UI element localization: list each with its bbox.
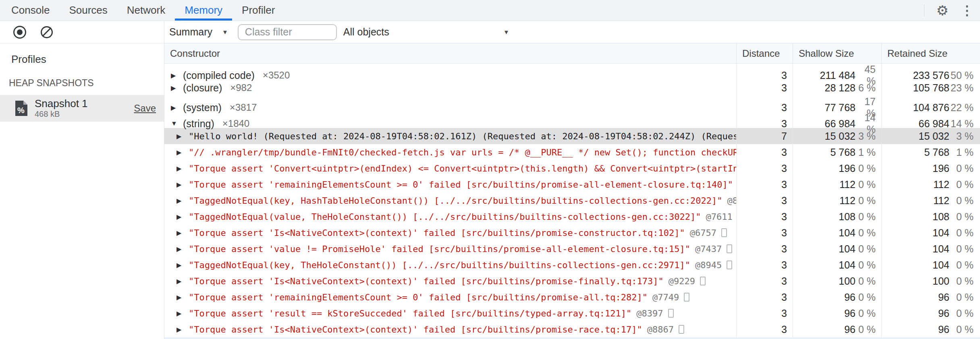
expand-triangle-icon[interactable]: ▶ <box>176 165 189 172</box>
tab-network[interactable]: Network <box>117 0 175 21</box>
shallow-size-value: 96 <box>793 324 855 335</box>
shallow-size-value: 100 <box>793 275 855 287</box>
table-row[interactable]: ▶"TaggedNotEqual(key, HashTableHoleConst… <box>164 192 980 209</box>
shallow-size-cell: 1040 % <box>793 257 881 273</box>
record-dot <box>17 29 23 35</box>
expand-triangle-icon[interactable]: ▶ <box>176 277 189 285</box>
string-value: "TaggedNotEqual(key, TheHoleConstant()) … <box>189 260 690 270</box>
perspective-select[interactable]: Summary ▼ <box>169 26 228 38</box>
retained-size-cell: 15 0323 % <box>881 128 980 144</box>
distance-cell: 3 <box>736 321 793 337</box>
column-header-constructor[interactable]: Constructor <box>164 43 736 63</box>
expand-triangle-icon[interactable]: ▶ <box>176 245 189 253</box>
table-row[interactable]: ▶"// .wrangler/tmp/bundle-FmNIt0/checked… <box>164 144 980 160</box>
table-row[interactable]: ▶"TaggedNotEqual(value, TheHoleConstant(… <box>164 209 980 225</box>
expand-triangle-icon[interactable]: ▶ <box>176 326 189 333</box>
tab-sources[interactable]: Sources <box>59 0 117 21</box>
expand-triangle-icon[interactable]: ▶ <box>176 229 189 237</box>
expand-triangle-icon[interactable]: ▶ <box>176 213 189 221</box>
retained-size-value: 104 <box>882 227 949 239</box>
expand-triangle-icon[interactable]: ▶ <box>176 181 189 188</box>
snapshot-size: 468 kB <box>35 110 134 119</box>
expand-triangle-icon[interactable]: ▶ <box>171 84 183 92</box>
retained-size-cell: 1040 % <box>881 241 980 257</box>
expand-triangle-icon[interactable]: ▶ <box>176 132 189 140</box>
table-row[interactable]: ▶"Torque assert 'Is<NativeContext>(conte… <box>164 225 980 241</box>
settings-gear-icon[interactable]: ⚙ <box>936 4 949 17</box>
distance-cell: 3 <box>736 80 793 96</box>
expand-triangle-icon[interactable]: ▶ <box>176 310 189 317</box>
constructor-cell: ▶"// .wrangler/tmp/bundle-FmNIt0/checked… <box>164 144 736 160</box>
table-row[interactable]: ▶"TaggedNotEqual(key, TheHoleConstant())… <box>164 257 980 273</box>
tab-profiler[interactable]: Profiler <box>232 0 284 21</box>
retained-size-percent: 1 % <box>949 147 980 158</box>
shallow-size-value: 96 <box>793 308 855 319</box>
shallow-size-cell: 1120 % <box>793 176 881 192</box>
distance-cell: 7 <box>736 128 793 144</box>
retained-size-percent: 0 % <box>949 275 980 287</box>
object-scope-select[interactable]: All objects ▼ <box>343 26 514 38</box>
expand-triangle-icon[interactable]: ▶ <box>176 149 189 156</box>
shallow-size-cell: 960 % <box>793 321 881 337</box>
retained-size-percent: 0 % <box>949 324 980 335</box>
collapse-triangle-icon[interactable]: ▼ <box>171 120 183 127</box>
shallow-size-cell: 28 1286 % <box>793 80 881 96</box>
constructor-cell: ▶"TaggedNotEqual(value, TheHoleConstant(… <box>164 209 736 225</box>
missing-glyph-box <box>700 277 706 285</box>
constructor-name: (closure) <box>183 82 222 94</box>
tab-strip: ConsoleSourcesNetworkMemoryProfiler <box>2 0 284 21</box>
shallow-size-percent: 0 % <box>855 227 881 239</box>
shallow-size-cell: 1040 % <box>793 225 881 241</box>
table-row[interactable]: ▶(compiled code)×35203211 48445 %233 576… <box>164 64 980 80</box>
column-header-shallow-size[interactable]: Shallow Size <box>793 43 881 63</box>
table-row[interactable]: ▼(string)×1840366 98414 %66 98414 % <box>164 112 980 128</box>
clear-profiles-icon[interactable] <box>41 26 53 38</box>
table-row[interactable]: ▶"Torque assert 'result == kStoreSuccede… <box>164 305 980 321</box>
tab-console[interactable]: Console <box>2 0 59 21</box>
record-heap-snapshot-icon[interactable] <box>13 26 26 39</box>
expand-triangle-icon[interactable]: ▶ <box>171 104 183 112</box>
shallow-size-cell: 1080 % <box>793 209 881 225</box>
retained-size-value: 112 <box>882 179 949 190</box>
missing-glyph-box <box>727 244 732 253</box>
shallow-size-cell: 5 7681 % <box>793 144 881 160</box>
table-row[interactable]: ▶"Torque assert 'remainingElementsCount … <box>164 289 980 305</box>
string-value: "Torque assert 'remainingElementsCount >… <box>189 292 648 302</box>
missing-glyph-box <box>721 228 727 237</box>
retained-size-cell: 960 % <box>881 289 980 305</box>
retained-size-percent: 0 % <box>949 179 980 190</box>
table-row[interactable]: ▶"Torque assert 'remainingElementsCount … <box>164 176 980 192</box>
column-header-retained-size[interactable]: Retained Size <box>881 43 980 63</box>
sidebar-item-snapshot-1[interactable]: % Snapshot 1 468 kB Save <box>0 95 164 122</box>
profiles-sidebar: Profiles HEAP SNAPSHOTS % Snapshot 1 468… <box>0 21 164 339</box>
string-value: "Torque assert 'result == kStoreSucceded… <box>189 308 631 318</box>
sidebar-toolbar <box>0 21 164 43</box>
column-header-distance[interactable]: Distance <box>736 43 793 63</box>
tab-memory[interactable]: Memory <box>175 0 232 21</box>
shallow-size-percent: 3 % <box>855 130 881 142</box>
distance-cell: 3 <box>736 144 793 160</box>
expand-triangle-icon[interactable]: ▶ <box>176 294 189 301</box>
constructor-cell: ▶(closure)×982 <box>164 80 736 96</box>
table-row[interactable]: ▶(closure)×982328 1286 %105 76823 % <box>164 80 980 96</box>
string-value: "TaggedNotEqual(value, TheHoleConstant()… <box>189 212 701 222</box>
next-row-sliver <box>164 337 980 339</box>
table-row[interactable]: ▶"Torque assert 'Convert<uintptr>(endInd… <box>164 160 980 176</box>
expand-triangle-icon[interactable]: ▶ <box>176 261 189 269</box>
save-snapshot-link[interactable]: Save <box>134 103 156 114</box>
table-row[interactable]: ▶"Torque assert 'Is<NativeContext>(conte… <box>164 321 980 337</box>
expand-triangle-icon[interactable]: ▶ <box>176 197 189 205</box>
table-row[interactable]: ▶(system)×3817377 76817 %104 87622 % <box>164 96 980 112</box>
perspective-select-value: Summary <box>169 26 212 38</box>
retained-size-cell: 1080 % <box>881 209 980 225</box>
table-row[interactable]: ▶"Torque assert 'value != PromiseHole' f… <box>164 241 980 257</box>
table-row[interactable]: ▶"Torque assert 'Is<NativeContext>(conte… <box>164 273 980 289</box>
retained-size-value: 112 <box>882 195 949 207</box>
table-row[interactable]: ▶"Hello world! (Requested at: 2024-08-19… <box>164 128 980 144</box>
retained-size-value: 100 <box>882 275 949 287</box>
missing-glyph-box <box>679 325 684 334</box>
shallow-size-value: 108 <box>793 211 855 223</box>
expand-triangle-icon[interactable]: ▶ <box>171 72 183 79</box>
more-options-icon[interactable]: ⋮ <box>961 4 974 17</box>
class-filter-input[interactable] <box>238 24 337 40</box>
